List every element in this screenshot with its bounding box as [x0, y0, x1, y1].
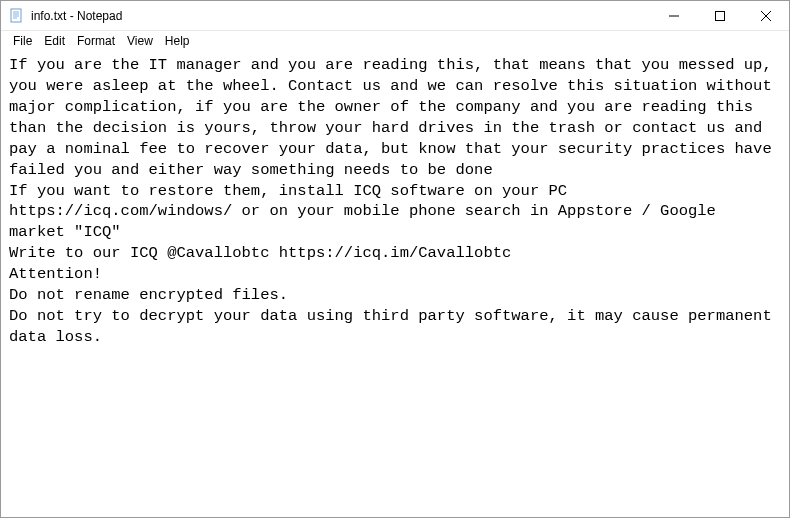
window-title: info.txt - Notepad	[31, 9, 651, 23]
svg-rect-0	[11, 9, 21, 22]
minimize-button[interactable]	[651, 1, 697, 31]
menu-help[interactable]: Help	[159, 32, 196, 50]
menu-file[interactable]: File	[7, 32, 38, 50]
notepad-window: info.txt - Notepad File Edit Format View…	[0, 0, 790, 518]
menu-format[interactable]: Format	[71, 32, 121, 50]
notepad-icon	[9, 8, 25, 24]
titlebar[interactable]: info.txt - Notepad	[1, 1, 789, 31]
menu-edit[interactable]: Edit	[38, 32, 71, 50]
window-controls	[651, 1, 789, 30]
menu-view[interactable]: View	[121, 32, 159, 50]
text-editor[interactable]: If you are the IT manager and you are re…	[1, 51, 789, 517]
close-button[interactable]	[743, 1, 789, 31]
maximize-button[interactable]	[697, 1, 743, 31]
menubar: File Edit Format View Help	[1, 31, 789, 51]
svg-rect-6	[716, 12, 725, 21]
